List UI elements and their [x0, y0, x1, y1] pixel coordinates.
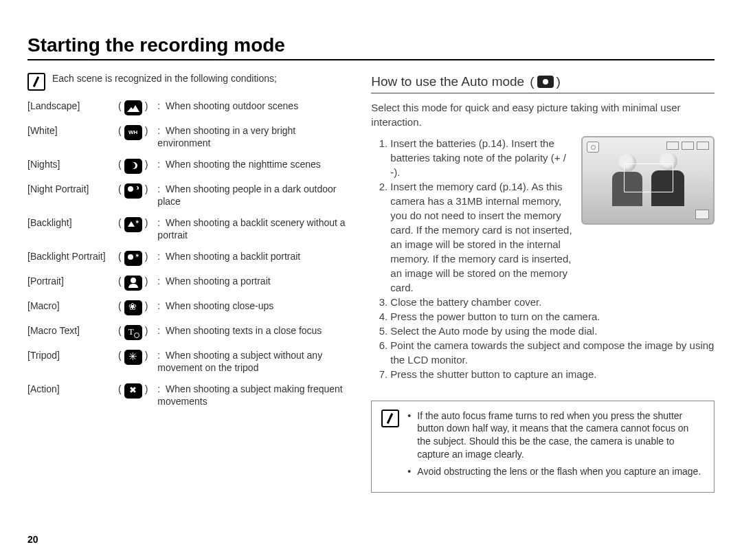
paren-open: ( [118, 300, 122, 313]
lcd-bottom-right-icon [695, 210, 709, 219]
backlight-icon [124, 217, 142, 232]
subhead-row: How to use the Auto mode ( ) [371, 73, 715, 91]
paren-open: ( [118, 125, 122, 137]
scene-name: [Night Portrait] [27, 183, 118, 196]
paren-close: ) [145, 100, 148, 113]
lcd-top-right-indicators [666, 142, 709, 150]
scene-row: [Action](): When shooting a subject maki… [27, 383, 350, 407]
paren-close: ) [145, 159, 148, 171]
backlight-portrait-icon [124, 251, 142, 266]
scene-description: : When shooting the nighttime scenes [157, 159, 350, 171]
scene-description: : When shooting a backlit scenery withou… [157, 217, 350, 241]
paren-open: ( [118, 100, 122, 113]
step-item: 5.Select the Auto mode by using the mode… [371, 324, 715, 338]
subhead-rule [371, 93, 715, 93]
step-text: Select the Auto mode by using the mode d… [390, 324, 715, 338]
lcd-af-frame [624, 164, 673, 192]
scene-description: : When shooting outdoor scenes [157, 100, 350, 113]
scene-description: : When shooting people in a dark outdoor… [157, 183, 350, 208]
paren-open: ( [118, 276, 122, 288]
step-text: Insert the batteries (p.14). Insert the … [390, 136, 573, 179]
step-number: 6. [371, 338, 390, 367]
steps-block: 1.Insert the batteries (p.14). Insert th… [371, 136, 715, 381]
step-text: Press the shutter button to capture an i… [390, 367, 715, 381]
note-bullet: Avoid obstructing the lens or the flash … [407, 465, 704, 478]
night-portrait-icon [124, 183, 142, 199]
paren-close: ) [145, 217, 148, 229]
step-item: 6.Point the camera towards the subject a… [371, 338, 715, 367]
scene-name: [White] [27, 125, 118, 137]
step-number: 2. [371, 179, 390, 295]
paren-close: ) [145, 276, 148, 288]
subhead-text: How to use the Auto mode [371, 73, 524, 91]
paren-open: ( [118, 383, 122, 396]
scene-row: [Portrait](): When shooting a portrait [27, 276, 350, 291]
paren-close: ) [145, 325, 148, 337]
two-column-layout: Each scene is recognized in the followin… [27, 73, 715, 493]
note-icon [27, 73, 45, 91]
page-title: Starting the recording mode [27, 34, 715, 56]
scene-row: [Nights](): When shooting the nighttime … [27, 159, 350, 174]
scene-description: : When shooting in a very bright environ… [157, 125, 350, 149]
scene-description: : When shooting a backlit portrait [157, 251, 350, 263]
paren-open: ( [118, 217, 122, 229]
macro-icon [124, 300, 142, 315]
left-column: Each scene is recognized in the followin… [27, 73, 350, 493]
scene-row: [Backlight Portrait](): When shooting a … [27, 251, 350, 266]
paren-close: ) [556, 73, 561, 91]
step-text: Point the camera towards the subject and… [390, 338, 715, 367]
note-text: If the auto focus frame turns to red whe… [417, 410, 704, 462]
scene-name: [Landscape] [27, 100, 118, 113]
scene-description: : When shooting a portrait [157, 276, 350, 288]
scene-name: [Macro Text] [27, 325, 118, 337]
note-icon [381, 410, 399, 427]
lcd-indicator [682, 142, 694, 150]
scene-name: [Backlight] [27, 217, 118, 229]
manual-page: Starting the recording mode Each scene i… [0, 0, 742, 560]
lcd-mode-icon [587, 142, 599, 153]
bullet-dot [407, 465, 417, 478]
note-text: Avoid obstructing the lens or the flash … [417, 465, 701, 478]
step-item: 4.Press the power button to turn on the … [371, 309, 715, 324]
scene-row: [Night Portrait](): When shooting people… [27, 183, 350, 208]
scene-row: [White](): When shooting in a very brigh… [27, 125, 350, 149]
camera-icon [537, 76, 554, 88]
white-icon [124, 125, 142, 140]
scene-name: [Portrait] [27, 276, 118, 288]
page-number: 20 [27, 534, 38, 545]
bottom-note-box: If the auto focus frame turns to red whe… [371, 401, 715, 493]
step-number: 5. [371, 324, 390, 338]
step-text: Insert the memory card (p.14). As this c… [390, 179, 573, 295]
scene-name: [Action] [27, 383, 118, 396]
tripod-icon [124, 350, 142, 365]
paren-open: ( [530, 73, 534, 91]
step-item: 3.Close the battery chamber cover. [371, 295, 715, 309]
action-icon [124, 383, 142, 399]
scene-description: : When shooting a subject making frequen… [157, 383, 350, 407]
step-item: 7.Press the shutter button to capture an… [371, 367, 715, 381]
step-text: Close the battery chamber cover. [390, 295, 715, 309]
paren-open: ( [118, 159, 122, 171]
paren-close: ) [145, 183, 148, 196]
scene-description: : When shooting close-ups [157, 300, 350, 313]
nights-icon [124, 159, 142, 174]
paren-open: ( [118, 183, 122, 196]
scene-intro-text: Each scene is recognized in the followin… [52, 73, 350, 91]
title-rule [27, 59, 715, 60]
scene-row: [Macro](): When shooting close-ups [27, 300, 350, 315]
scene-row: [Landscape](): When shooting outdoor sce… [27, 100, 350, 115]
paren-close: ) [145, 300, 148, 313]
bottom-note-bullets: If the auto focus frame turns to red whe… [407, 410, 704, 482]
paren-close: ) [145, 251, 148, 263]
intro-paragraph: Select this mode for quick and easy pict… [371, 100, 715, 129]
scene-table: [Landscape](): When shooting outdoor sce… [27, 100, 350, 407]
paren-open: ( [118, 350, 122, 362]
scene-description: : When shooting texts in a close focus [157, 325, 350, 337]
scene-row: [Tripod](): When shooting a subject with… [27, 350, 350, 374]
scene-name: [Nights] [27, 159, 118, 171]
paren-open: ( [118, 251, 122, 263]
paren-open: ( [118, 325, 122, 337]
lcd-indicator [666, 142, 679, 150]
right-column: How to use the Auto mode ( ) Select this… [371, 73, 715, 493]
paren-close: ) [145, 350, 148, 362]
